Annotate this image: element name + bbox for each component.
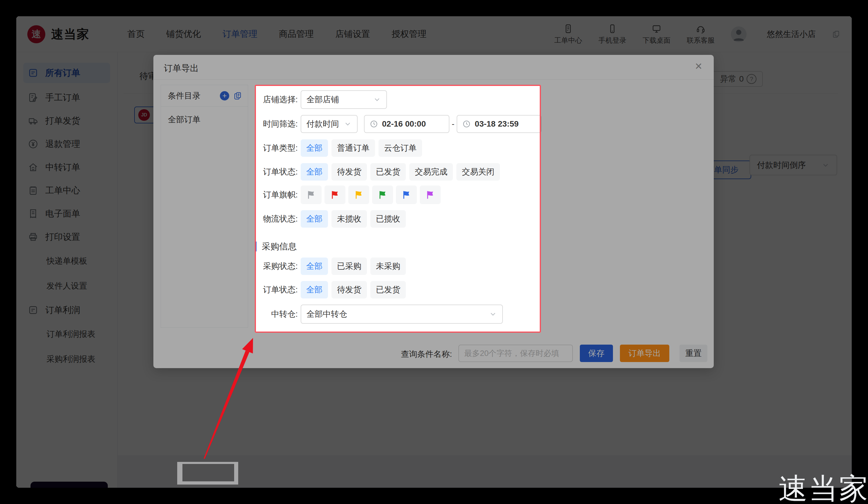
screenshot-stage: 速 速当家 首页 铺货优化 订单管理 商品管理 店铺设置 授权管理 工单中心 手… xyxy=(0,0,868,504)
annotation-highlight-box xyxy=(255,85,541,333)
annotation-button-ring xyxy=(177,462,238,484)
watermark: 速当家 xyxy=(778,470,868,504)
modal-order-export-button[interactable]: 订单导出 xyxy=(620,345,669,362)
copy-condition-icon[interactable] xyxy=(233,92,242,100)
modal-title-divider xyxy=(153,79,714,80)
save-button[interactable]: 保存 xyxy=(580,345,613,362)
add-condition-icon[interactable]: + xyxy=(220,91,229,101)
condition-panel-header: 条件目录 + xyxy=(161,85,248,106)
close-icon[interactable]: × xyxy=(695,60,702,72)
condition-name-label: 查询条件名称: xyxy=(357,349,452,360)
condition-item-all-orders[interactable]: 全部订单 xyxy=(161,106,248,125)
condition-panel: 条件目录 + 全部订单 xyxy=(161,85,248,328)
condition-name-input[interactable] xyxy=(458,345,573,362)
modal-title: 订单导出 xyxy=(164,62,199,74)
condition-panel-title: 条件目录 xyxy=(168,90,200,101)
reset-button[interactable]: 重置 xyxy=(680,345,707,362)
